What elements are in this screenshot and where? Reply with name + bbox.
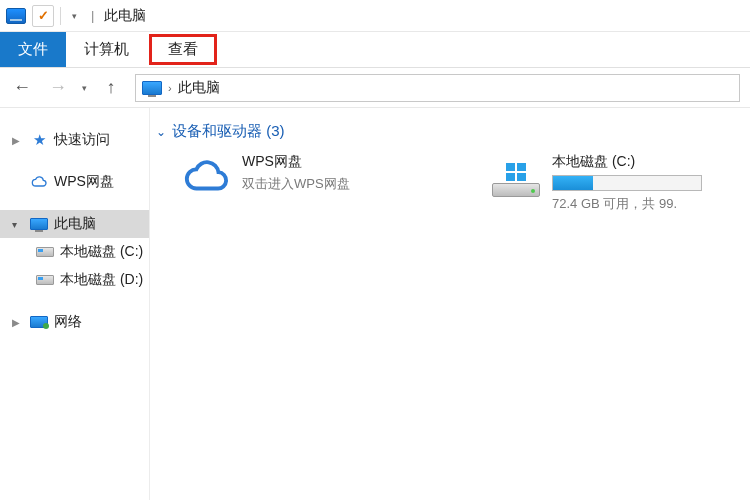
tree-this-pc[interactable]: ▾ 此电脑 bbox=[0, 210, 149, 238]
tab-view[interactable]: 查看 bbox=[149, 34, 217, 65]
item-title: WPS网盘 bbox=[242, 153, 350, 171]
group-label: 设备和驱动器 (3) bbox=[172, 122, 285, 141]
navigation-tree: ▶ ★ 快速访问 WPS网盘 ▾ 此电脑 本地磁盘 (C:) 本地磁盘 (D:) bbox=[0, 108, 150, 500]
breadcrumb-location[interactable]: 此电脑 bbox=[178, 79, 220, 97]
qat-separator bbox=[60, 7, 61, 25]
group-header-devices[interactable]: ⌄ 设备和驱动器 (3) bbox=[156, 120, 750, 151]
check-icon: ✓ bbox=[38, 8, 49, 23]
cloud-icon bbox=[180, 151, 232, 203]
nav-forward-button[interactable]: → bbox=[46, 76, 70, 100]
item-wps-drive[interactable]: WPS网盘 双击进入WPS网盘 bbox=[180, 151, 440, 213]
disk-usage-fill bbox=[553, 176, 593, 190]
chevron-down-icon[interactable]: ▾ bbox=[12, 219, 24, 230]
tree-label: 本地磁盘 (C:) bbox=[60, 243, 143, 261]
chevron-right-icon[interactable]: ▶ bbox=[12, 135, 24, 146]
ribbon-tabs: 文件 计算机 查看 bbox=[0, 32, 750, 68]
network-icon bbox=[30, 313, 48, 331]
item-title: 本地磁盘 (C:) bbox=[552, 153, 702, 171]
qat-properties-button[interactable]: ✓ bbox=[32, 5, 54, 27]
chevron-right-icon[interactable]: ▶ bbox=[12, 317, 24, 328]
title-separator: | bbox=[91, 8, 94, 23]
windows-flag-icon bbox=[506, 163, 526, 181]
titlebar: ✓ ▾ | 此电脑 bbox=[0, 0, 750, 32]
breadcrumb-chevron-icon[interactable]: › bbox=[168, 82, 172, 94]
cloud-icon bbox=[30, 173, 48, 191]
drive-icon bbox=[36, 243, 54, 261]
tree-label: WPS网盘 bbox=[54, 173, 114, 191]
tree-quick-access[interactable]: ▶ ★ 快速访问 bbox=[0, 126, 149, 154]
this-pc-icon bbox=[30, 215, 48, 233]
item-drive-c[interactable]: 本地磁盘 (C:) 72.4 GB 可用，共 99. bbox=[490, 151, 750, 213]
drive-icon bbox=[36, 271, 54, 289]
drive-icon bbox=[490, 151, 542, 203]
tree-label: 本地磁盘 (D:) bbox=[60, 271, 143, 289]
nav-back-button[interactable]: ← bbox=[10, 76, 34, 100]
nav-recent-dropdown[interactable]: ▾ bbox=[82, 83, 87, 93]
navigation-bar: ← → ▾ ↑ › 此电脑 bbox=[0, 68, 750, 108]
tree-network[interactable]: ▶ 网络 bbox=[0, 308, 149, 336]
item-subtitle: 双击进入WPS网盘 bbox=[242, 175, 350, 193]
tab-file[interactable]: 文件 bbox=[0, 32, 66, 67]
tree-label: 快速访问 bbox=[54, 131, 110, 149]
this-pc-icon bbox=[142, 81, 162, 95]
disk-usage-bar bbox=[552, 175, 702, 191]
content-pane: ⌄ 设备和驱动器 (3) WPS网盘 双击进入WPS网盘 bbox=[150, 108, 750, 500]
nav-up-button[interactable]: ↑ bbox=[99, 76, 123, 100]
qat-dropdown[interactable]: ▾ bbox=[67, 5, 81, 27]
tree-label: 网络 bbox=[54, 313, 82, 331]
tree-drive-d[interactable]: 本地磁盘 (D:) bbox=[0, 266, 149, 294]
app-icon[interactable] bbox=[6, 8, 26, 24]
tree-label: 此电脑 bbox=[54, 215, 96, 233]
main-area: ▶ ★ 快速访问 WPS网盘 ▾ 此电脑 本地磁盘 (C:) 本地磁盘 (D:) bbox=[0, 108, 750, 500]
tab-computer[interactable]: 计算机 bbox=[66, 32, 147, 67]
items-row: WPS网盘 双击进入WPS网盘 本地磁盘 (C:) bbox=[156, 151, 750, 213]
chevron-down-icon[interactable]: ⌄ bbox=[156, 125, 166, 139]
address-bar[interactable]: › 此电脑 bbox=[135, 74, 740, 102]
tree-wps-drive[interactable]: WPS网盘 bbox=[0, 168, 149, 196]
tree-drive-c[interactable]: 本地磁盘 (C:) bbox=[0, 238, 149, 266]
star-icon: ★ bbox=[30, 131, 48, 149]
window-title: 此电脑 bbox=[104, 7, 146, 25]
disk-usage-text: 72.4 GB 可用，共 99. bbox=[552, 195, 702, 213]
